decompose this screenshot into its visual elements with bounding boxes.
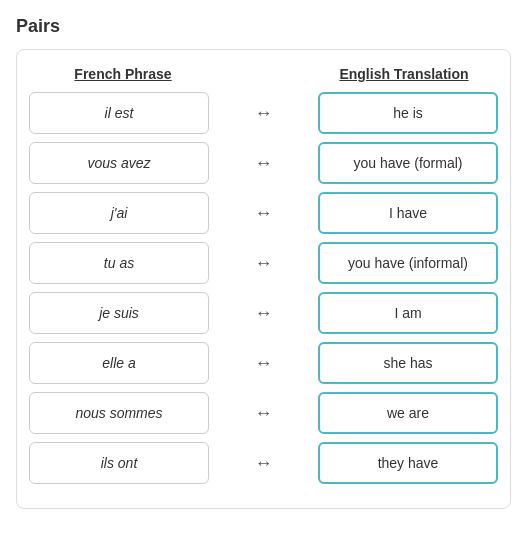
- english-card-5[interactable]: she has: [318, 342, 498, 384]
- french-card-5[interactable]: elle a: [29, 342, 209, 384]
- arrow-4: ↔: [209, 303, 318, 324]
- column-headers: French Phrase English Translation: [29, 66, 498, 82]
- english-card-3[interactable]: you have (informal): [318, 242, 498, 284]
- french-card-0[interactable]: il est: [29, 92, 209, 134]
- english-card-7[interactable]: they have: [318, 442, 498, 484]
- pair-row: ils ont↔they have: [29, 442, 498, 484]
- arrow-2: ↔: [209, 203, 318, 224]
- french-card-1[interactable]: vous avez: [29, 142, 209, 184]
- arrow-3: ↔: [209, 253, 318, 274]
- pair-row: vous avez↔you have (formal): [29, 142, 498, 184]
- french-card-7[interactable]: ils ont: [29, 442, 209, 484]
- pairs-container: French Phrase English Translation il est…: [16, 49, 511, 509]
- pair-row: nous sommes↔we are: [29, 392, 498, 434]
- arrow-6: ↔: [209, 403, 318, 424]
- english-card-2[interactable]: I have: [318, 192, 498, 234]
- arrow-1: ↔: [209, 153, 318, 174]
- arrow-0: ↔: [209, 103, 318, 124]
- english-card-6[interactable]: we are: [318, 392, 498, 434]
- french-card-2[interactable]: j'ai: [29, 192, 209, 234]
- pair-row: il est↔he is: [29, 92, 498, 134]
- english-card-1[interactable]: you have (formal): [318, 142, 498, 184]
- arrow-5: ↔: [209, 353, 318, 374]
- french-card-6[interactable]: nous sommes: [29, 392, 209, 434]
- french-phrase-header: French Phrase: [33, 66, 213, 82]
- pair-row: elle a↔she has: [29, 342, 498, 384]
- english-card-0[interactable]: he is: [318, 92, 498, 134]
- french-card-4[interactable]: je suis: [29, 292, 209, 334]
- pair-row: je suis↔I am: [29, 292, 498, 334]
- pair-row: j'ai↔I have: [29, 192, 498, 234]
- english-translation-header: English Translation: [314, 66, 494, 82]
- arrow-7: ↔: [209, 453, 318, 474]
- page-title: Pairs: [16, 16, 511, 37]
- english-card-4[interactable]: I am: [318, 292, 498, 334]
- pair-row: tu as↔you have (informal): [29, 242, 498, 284]
- french-card-3[interactable]: tu as: [29, 242, 209, 284]
